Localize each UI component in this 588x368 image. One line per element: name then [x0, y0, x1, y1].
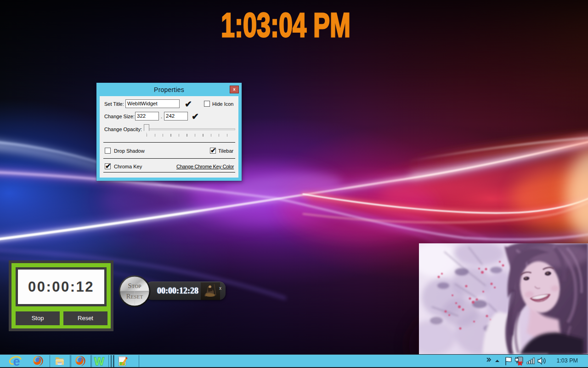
svg-text:STOP: STOP — [128, 282, 141, 289]
svg-text:RESET: RESET — [126, 293, 143, 300]
svg-text:W: W — [94, 356, 104, 368]
